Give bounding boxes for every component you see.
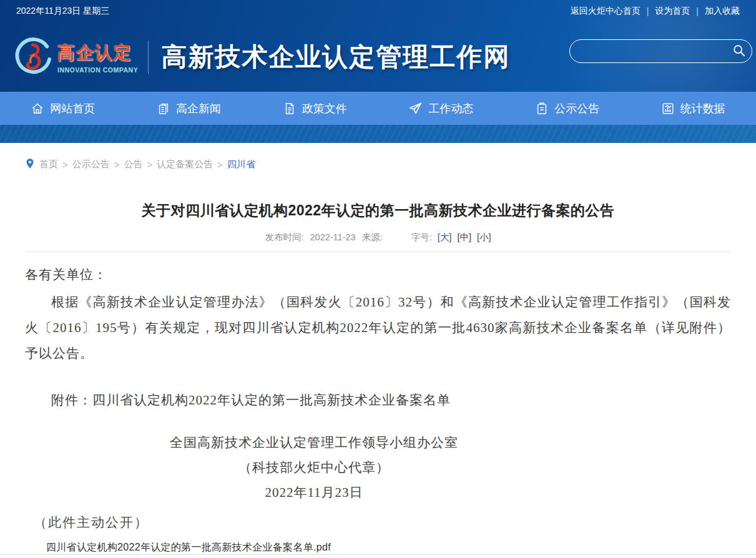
font-size-large-button[interactable]: [大]: [438, 232, 452, 242]
font-size-medium-button[interactable]: [中]: [457, 232, 471, 242]
font-size-label: 字号:: [411, 232, 432, 242]
document-icon: [283, 102, 297, 115]
home-icon: [31, 102, 44, 115]
nav-item-statistics[interactable]: 统计数据: [656, 101, 730, 116]
search-input[interactable]: [570, 40, 727, 62]
logo-title-divider: [148, 41, 149, 74]
news-icon: [157, 102, 170, 115]
breadcrumb-item-sichuan[interactable]: 四川省: [227, 159, 255, 170]
breadcrumb-item-home[interactable]: 首页: [39, 159, 58, 170]
logo-text: 高企认定 INNOVATION COMPANY: [57, 41, 138, 74]
innovation-swirl-logo-icon: [14, 37, 52, 78]
attachment-pdf-link[interactable]: 四川省认定机构2022年认定的第一批高新技术企业备案名单.pdf: [25, 541, 731, 554]
search-box: [569, 39, 752, 63]
paper-plane-icon: [408, 101, 423, 115]
top-link-torch-home[interactable]: 返回火炬中心首页: [571, 6, 641, 17]
breadcrumb-separator: >: [217, 159, 223, 170]
article-meta: 发布时间: 2022-11-23 来源: 字号: [大] [中] [小]: [25, 232, 731, 243]
attachment-reference: 附件：四川省认定机构2022年认定的第一批高新技术企业备案名单: [25, 391, 731, 409]
breadcrumb-item-announcements[interactable]: 公示公告: [72, 159, 110, 170]
font-size-small-button[interactable]: [小]: [477, 232, 491, 242]
site-header: 高企认定 INNOVATION COMPANY 高新技术企业认定管理工作网: [0, 22, 756, 92]
disclosure-note: （此件主动公开）: [25, 514, 731, 531]
breadcrumb-item-filing-notices[interactable]: 认定备案公告: [157, 159, 213, 170]
source-label: 来源:: [362, 232, 383, 242]
signature-block: 全国高新技术企业认定管理工作领导小组办公室 （科技部火炬中心代章） 2022年1…: [25, 430, 731, 505]
search-button[interactable]: [727, 40, 752, 62]
breadcrumb-separator: >: [147, 159, 153, 170]
signature-org: 全国高新技术企业认定管理工作领导小组办公室: [25, 430, 603, 455]
salutation: 各有关单位：: [25, 266, 731, 283]
logo-en-text: INNOVATION COMPANY: [57, 66, 138, 74]
meta-divider: [25, 252, 731, 252]
top-link-separator: |: [696, 6, 699, 16]
nav-item-news[interactable]: 高企新闻: [152, 101, 226, 116]
top-link-set-homepage[interactable]: 设为首页: [655, 6, 690, 17]
top-bar: 2022年11月23日 星期三 返回火炬中心首页 | 设为首页 | 加入收藏: [0, 0, 756, 22]
nav-item-label: 网站首页: [50, 101, 95, 116]
nav-item-label: 统计数据: [680, 101, 725, 116]
nav-item-home[interactable]: 网站首页: [26, 101, 100, 116]
publish-time-label: 发布时间:: [265, 232, 303, 242]
breadcrumb-separator: >: [62, 159, 68, 170]
search-icon: [732, 44, 746, 59]
article-page: 首页 > 公示公告 > 公告 > 认定备案公告 > 四川省 关于对四川省认定机构…: [0, 143, 756, 558]
signature-date: 2022年11月23日: [25, 480, 603, 505]
site-logo[interactable]: 高企认定 INNOVATION COMPANY: [14, 37, 138, 78]
publish-date: 2022-11-23: [310, 232, 356, 242]
article-body: 各有关单位： 根据《高新技术企业认定管理办法》（国科发火〔2016〕32号）和《…: [25, 266, 731, 531]
site-title: 高新技术企业认定管理工作网: [161, 40, 510, 74]
current-date: 2022年11月23日 星期三: [16, 6, 109, 17]
nav-item-policy[interactable]: 政策文件: [278, 101, 352, 116]
nav-item-announcements[interactable]: 公示公告: [530, 101, 604, 116]
nav-item-label: 工作动态: [428, 101, 473, 116]
nav-item-label: 政策文件: [302, 101, 347, 116]
nav-item-label: 高企新闻: [176, 101, 221, 116]
breadcrumb: 首页 > 公示公告 > 公告 > 认定备案公告 > 四川省: [25, 143, 731, 171]
top-link-separator: |: [647, 6, 649, 16]
bar-chart-icon: [661, 102, 675, 115]
breadcrumb-item-notice[interactable]: 公告: [124, 159, 143, 170]
header-bottom-strip: [0, 125, 756, 143]
location-pin-icon: [25, 158, 35, 171]
article-title: 关于对四川省认定机构2022年认定的第一批高新技术企业进行备案的公告: [25, 201, 731, 220]
nav-item-work-updates[interactable]: 工作动态: [403, 101, 478, 116]
logo-cn-text: 高企认定: [57, 41, 138, 65]
breadcrumb-separator: >: [114, 159, 120, 170]
top-link-add-favorite[interactable]: 加入收藏: [705, 6, 740, 17]
main-paragraph: 根据《高新技术企业认定管理办法》（国科发火〔2016〕32号）和《高新技术企业认…: [25, 290, 731, 366]
page-bottom-divider: [0, 554, 756, 555]
nav-item-label: 公示公告: [554, 101, 599, 116]
clipboard-icon: [535, 102, 549, 115]
top-links: 返回火炬中心首页 | 设为首页 | 加入收藏: [571, 6, 740, 17]
page-header: 2022年11月23日 星期三 返回火炬中心首页 | 设为首页 | 加入收藏 高…: [0, 0, 756, 92]
signature-seal: （科技部火炬中心代章）: [25, 455, 603, 480]
main-nav: 网站首页 高企新闻 政策文件 工作动态: [0, 92, 756, 125]
